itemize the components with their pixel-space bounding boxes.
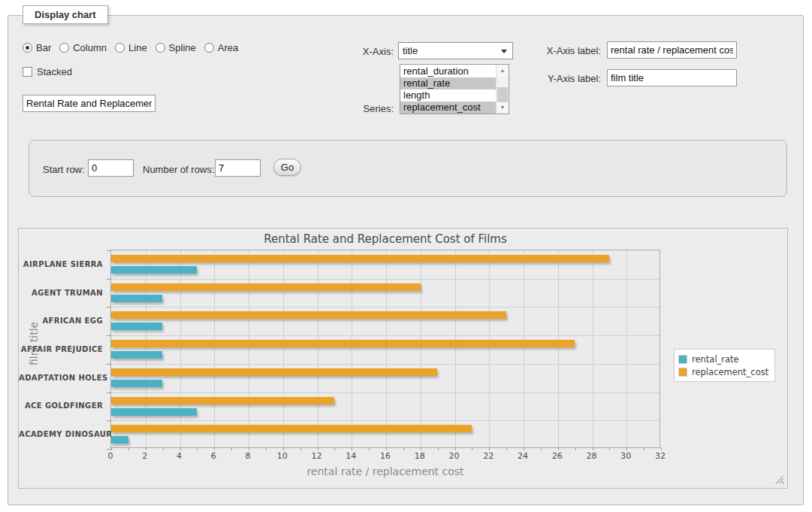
gridline	[214, 250, 215, 447]
chart-title-input[interactable]	[23, 95, 155, 112]
resize-handle-icon[interactable]	[775, 475, 783, 483]
gridline	[386, 250, 387, 447]
chart-type-radio-area[interactable]: Area	[204, 42, 238, 53]
x-tick-label: 16	[370, 451, 400, 461]
scroll-down-icon[interactable]: ▼	[497, 102, 508, 113]
category-label: ACE GOLDFINGER	[19, 401, 103, 410]
legend-swatch-icon	[678, 368, 687, 377]
x-axis-title: rental rate / replacement cost	[110, 465, 660, 477]
category-label: ACADEMY DINOSAUR	[19, 430, 103, 438]
number-of-rows-input[interactable]	[215, 159, 261, 177]
y-tick-mark	[107, 449, 111, 450]
radio-label: Column	[73, 42, 107, 53]
gridline	[593, 250, 593, 447]
series-listbox[interactable]: rental_durationrental_ratelengthreplacem…	[400, 64, 509, 114]
x-tick-label: 8	[233, 451, 263, 461]
series-scrollbar[interactable]: ▲ ▼	[496, 65, 509, 114]
bar-replacement_cost	[111, 368, 437, 376]
category-label: AIRPLANE SIERRA	[19, 260, 103, 268]
stacked-checkbox-row[interactable]: Stacked	[23, 66, 72, 77]
chart-type-radio-spline[interactable]: Spline	[155, 42, 196, 53]
stacked-checkbox[interactable]	[23, 67, 32, 77]
bar-replacement_cost	[111, 311, 506, 319]
chart-title: Rental Rate and Replacement Cost of Film…	[110, 232, 660, 246]
x-axis-select-label: X-Axis:	[331, 46, 394, 57]
gridline	[111, 335, 660, 336]
category-label: AFRICAN EGG	[19, 317, 103, 325]
x-tick-mark	[128, 447, 129, 450]
radio-icon[interactable]	[59, 43, 69, 53]
gridline	[180, 250, 181, 447]
x-tick-mark	[352, 447, 352, 450]
gridline	[111, 279, 660, 280]
chart-legend: rental_ratereplacement_cost	[674, 349, 775, 382]
radio-label: Bar	[36, 42, 51, 53]
x-tick-mark	[403, 447, 404, 450]
gridline	[146, 250, 146, 447]
gridline	[558, 250, 559, 447]
chart-type-radio-line[interactable]: Line	[115, 42, 147, 53]
x-tick-mark	[661, 447, 662, 450]
x-tick-mark	[421, 447, 421, 450]
y-tick-mark	[107, 250, 111, 251]
x-tick-mark	[163, 447, 164, 450]
gridline	[318, 250, 318, 447]
series-option-rental_duration[interactable]: rental_duration	[400, 65, 496, 77]
series-option-length[interactable]: length	[400, 89, 496, 101]
bar-rental_rate	[111, 323, 162, 330]
radio-icon[interactable]	[115, 43, 125, 53]
x-tick-mark	[180, 447, 181, 450]
x-tick-mark	[300, 447, 301, 450]
start-row-input[interactable]	[88, 159, 134, 177]
x-tick-labels: 02468101214161820222426283032	[110, 451, 660, 462]
radio-label: Spline	[169, 42, 196, 53]
x-tick-mark	[318, 447, 318, 450]
x-tick-mark	[283, 447, 284, 450]
y-axis-label-input[interactable]	[607, 69, 737, 86]
x-tick-mark	[541, 447, 542, 450]
bar-replacement_cost	[111, 397, 334, 404]
x-tick-mark	[231, 447, 232, 450]
gridline	[111, 307, 660, 308]
gridline	[111, 420, 660, 421]
chart-type-radio-column[interactable]: Column	[59, 42, 107, 53]
x-tick-label: 20	[439, 451, 469, 461]
x-tick-label: 14	[336, 451, 366, 461]
gridline	[111, 364, 660, 365]
x-axis-label-input[interactable]	[607, 41, 737, 59]
radio-icon[interactable]	[204, 43, 214, 53]
category-label: AFFAIR PREJUDICE	[19, 345, 103, 353]
y-tick-mark	[107, 364, 111, 365]
x-tick-mark	[609, 447, 610, 450]
x-axis-select[interactable]: title	[398, 42, 513, 59]
x-tick-mark	[214, 447, 215, 450]
gridline	[524, 250, 524, 447]
gridline	[626, 250, 627, 447]
y-axis-title: film title	[28, 322, 40, 365]
series-option-rental_rate[interactable]: rental_rate	[400, 77, 496, 89]
gridline	[352, 250, 352, 447]
bar-rental_rate	[111, 380, 162, 387]
x-tick-label: 24	[508, 451, 538, 461]
x-tick-mark	[438, 447, 439, 450]
chart-type-radio-bar[interactable]: Bar	[23, 42, 51, 53]
category-label: ADAPTATION HOLES	[19, 374, 103, 382]
x-tick-label: 6	[198, 451, 228, 461]
series-option-replacement_cost[interactable]: replacement_cost	[400, 101, 496, 114]
legend-label: replacement_cost	[692, 367, 768, 377]
x-tick-mark	[472, 447, 472, 450]
x-tick-label: 30	[611, 451, 641, 461]
x-tick-mark	[506, 447, 507, 450]
bar-rental_rate	[111, 408, 197, 416]
go-button[interactable]: Go	[273, 159, 301, 176]
x-tick-mark	[197, 447, 198, 450]
gridline	[421, 250, 421, 447]
radio-icon[interactable]	[23, 43, 32, 53]
scrollbar-thumb[interactable]	[497, 87, 508, 104]
x-tick-mark	[111, 447, 112, 450]
scroll-up-icon[interactable]: ▲	[497, 65, 508, 76]
radio-label: Area	[218, 42, 238, 53]
legend-label: rental_rate	[692, 354, 739, 365]
bar-rental_rate	[111, 295, 162, 302]
radio-icon[interactable]	[155, 43, 165, 53]
